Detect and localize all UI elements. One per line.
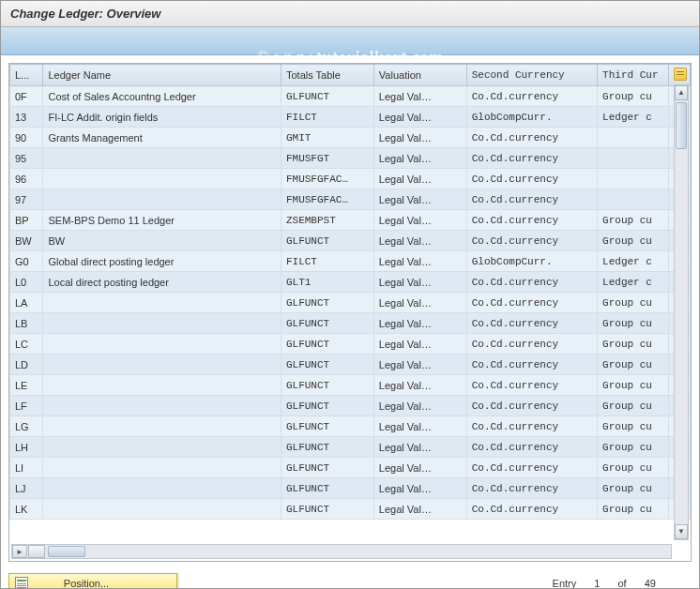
cell-valuation[interactable]: Legal Val… bbox=[373, 375, 466, 396]
cell-totals[interactable]: GLFUNCT bbox=[281, 355, 373, 375]
cell-valuation[interactable]: Legal Val… bbox=[373, 458, 466, 478]
cell-code[interactable]: LK bbox=[10, 499, 43, 520]
table-row[interactable]: L0Local direct posting ledgerGLT1Legal V… bbox=[10, 272, 691, 293]
cell-valuation[interactable]: Legal Val… bbox=[373, 396, 466, 416]
cell-second-currency[interactable]: Co.Cd.currency bbox=[466, 210, 597, 231]
cell-totals[interactable]: FILCT bbox=[281, 251, 373, 272]
cell-valuation[interactable]: Legal Val… bbox=[373, 313, 466, 334]
cell-valuation[interactable]: Legal Val… bbox=[373, 416, 466, 437]
cell-name[interactable] bbox=[43, 189, 281, 210]
table-row[interactable]: 97FMUSFGFAC…Legal Val…Co.Cd.currency bbox=[10, 189, 691, 210]
cell-name[interactable]: Global direct posting ledger bbox=[43, 251, 281, 272]
vertical-scrollbar[interactable]: ▲ ▼ bbox=[674, 84, 689, 540]
cell-name[interactable] bbox=[43, 478, 281, 499]
ledger-table[interactable]: L... Ledger Name Totals Table Valuation … bbox=[9, 64, 691, 520]
cell-valuation[interactable]: Legal Val… bbox=[373, 437, 466, 458]
cell-name[interactable] bbox=[43, 169, 281, 189]
cell-totals[interactable]: GLFUNCT bbox=[281, 416, 373, 437]
cell-name[interactable]: Grants Management bbox=[43, 128, 281, 148]
cell-totals[interactable]: GLFUNCT bbox=[281, 86, 373, 107]
cell-second-currency[interactable]: Co.Cd.currency bbox=[466, 375, 597, 396]
table-row[interactable]: BPSEM-BPS Demo 11 LedgerZSEMBPSTLegal Va… bbox=[10, 210, 691, 231]
cell-second-currency[interactable]: Co.Cd.currency bbox=[466, 478, 597, 499]
cell-totals[interactable]: GLFUNCT bbox=[281, 313, 373, 334]
cell-totals[interactable]: GLFUNCT bbox=[281, 458, 373, 478]
cell-third-currency[interactable]: Group cu bbox=[598, 313, 669, 334]
cell-name[interactable] bbox=[43, 437, 281, 458]
cell-second-currency[interactable]: Co.Cd.currency bbox=[466, 293, 597, 313]
position-button[interactable]: Position... bbox=[8, 573, 177, 589]
cell-third-currency[interactable]: Ledger c bbox=[598, 272, 669, 293]
cell-code[interactable]: BP bbox=[10, 210, 43, 231]
cell-third-currency[interactable]: Group cu bbox=[598, 86, 669, 107]
cell-name[interactable] bbox=[43, 334, 281, 355]
cell-totals[interactable]: GMIT bbox=[281, 128, 373, 148]
vertical-scroll-thumb[interactable] bbox=[676, 102, 687, 149]
cell-name[interactable]: Local direct posting ledger bbox=[43, 272, 281, 293]
cell-totals[interactable]: GLT1 bbox=[281, 272, 373, 293]
cell-third-currency[interactable]: Group cu bbox=[598, 293, 669, 313]
cell-second-currency[interactable]: Co.Cd.currency bbox=[466, 499, 597, 520]
horizontal-scroll-thumb[interactable] bbox=[48, 546, 85, 557]
cell-name[interactable] bbox=[43, 396, 281, 416]
cell-name[interactable]: Cost of Sales Accountng Ledger bbox=[43, 86, 281, 107]
cell-code[interactable]: 90 bbox=[10, 128, 43, 148]
cell-totals[interactable]: ZSEMBPST bbox=[281, 210, 373, 231]
cell-second-currency[interactable]: GlobCompCurr. bbox=[466, 251, 597, 272]
cell-valuation[interactable]: Legal Val… bbox=[373, 86, 466, 107]
table-row[interactable]: LAGLFUNCTLegal Val…Co.Cd.currencyGroup c… bbox=[10, 293, 691, 313]
cell-code[interactable]: 96 bbox=[10, 169, 43, 189]
table-row[interactable]: BWBWGLFUNCTLegal Val…Co.Cd.currencyGroup… bbox=[10, 231, 691, 251]
cell-valuation[interactable]: Legal Val… bbox=[373, 169, 466, 189]
cell-totals[interactable]: GLFUNCT bbox=[281, 375, 373, 396]
cell-third-currency[interactable]: Group cu bbox=[598, 437, 669, 458]
cell-totals[interactable]: FMUSFGFAC… bbox=[281, 189, 373, 210]
table-row[interactable]: LCGLFUNCTLegal Val…Co.Cd.currencyGroup c… bbox=[10, 334, 691, 355]
cell-name[interactable] bbox=[43, 416, 281, 437]
scroll-up-button[interactable]: ▲ bbox=[675, 85, 688, 100]
cell-third-currency[interactable]: Group cu bbox=[598, 210, 669, 231]
cell-totals[interactable]: GLFUNCT bbox=[281, 334, 373, 355]
cell-third-currency[interactable]: Group cu bbox=[598, 355, 669, 375]
cell-third-currency[interactable] bbox=[598, 148, 669, 169]
table-row[interactable]: LJGLFUNCTLegal Val…Co.Cd.currencyGroup c… bbox=[10, 478, 691, 499]
cell-second-currency[interactable]: Co.Cd.currency bbox=[466, 416, 597, 437]
cell-second-currency[interactable]: Co.Cd.currency bbox=[466, 272, 597, 293]
cell-name[interactable]: SEM-BPS Demo 11 Ledger bbox=[43, 210, 281, 231]
cell-third-currency[interactable]: Ledger c bbox=[598, 251, 669, 272]
column-header-code[interactable]: L... bbox=[10, 65, 43, 86]
cell-name[interactable] bbox=[43, 499, 281, 520]
cell-valuation[interactable]: Legal Val… bbox=[373, 499, 466, 520]
cell-valuation[interactable]: Legal Val… bbox=[373, 148, 466, 169]
cell-totals[interactable]: GLFUNCT bbox=[281, 396, 373, 416]
scroll-down-button[interactable]: ▼ bbox=[675, 524, 688, 539]
cell-code[interactable]: L0 bbox=[10, 272, 43, 293]
cell-second-currency[interactable]: Co.Cd.currency bbox=[466, 189, 597, 210]
cell-second-currency[interactable]: Co.Cd.currency bbox=[466, 169, 597, 189]
cell-name[interactable] bbox=[43, 458, 281, 478]
cell-third-currency[interactable]: Group cu bbox=[598, 334, 669, 355]
table-row[interactable]: 0FCost of Sales Accountng LedgerGLFUNCTL… bbox=[10, 86, 691, 107]
cell-totals[interactable]: FMUSFGT bbox=[281, 148, 373, 169]
table-row[interactable]: 13FI-LC Addit. origin fieldsFILCTLegal V… bbox=[10, 107, 691, 128]
cell-totals[interactable]: GLFUNCT bbox=[281, 478, 373, 499]
cell-third-currency[interactable]: Group cu bbox=[598, 396, 669, 416]
cell-second-currency[interactable]: Co.Cd.currency bbox=[466, 148, 597, 169]
cell-code[interactable]: LC bbox=[10, 334, 43, 355]
cell-name[interactable] bbox=[43, 355, 281, 375]
column-header-valuation[interactable]: Valuation bbox=[373, 65, 466, 86]
cell-code[interactable]: BW bbox=[10, 231, 43, 251]
cell-second-currency[interactable]: Co.Cd.currency bbox=[466, 313, 597, 334]
cell-valuation[interactable]: Legal Val… bbox=[373, 334, 466, 355]
cell-third-currency[interactable]: Group cu bbox=[598, 499, 669, 520]
cell-second-currency[interactable]: Co.Cd.currency bbox=[466, 458, 597, 478]
table-row[interactable]: LKGLFUNCTLegal Val…Co.Cd.currencyGroup c… bbox=[10, 499, 691, 520]
cell-third-currency[interactable]: Group cu bbox=[598, 416, 669, 437]
scroll-end-button[interactable]: ► bbox=[12, 545, 27, 558]
cell-second-currency[interactable]: GlobCompCurr. bbox=[466, 107, 597, 128]
cell-totals[interactable]: GLFUNCT bbox=[281, 499, 373, 520]
cell-totals[interactable]: GLFUNCT bbox=[281, 293, 373, 313]
cell-name[interactable] bbox=[43, 293, 281, 313]
cell-third-currency[interactable] bbox=[598, 169, 669, 189]
table-row[interactable]: LFGLFUNCTLegal Val…Co.Cd.currencyGroup c… bbox=[10, 396, 691, 416]
